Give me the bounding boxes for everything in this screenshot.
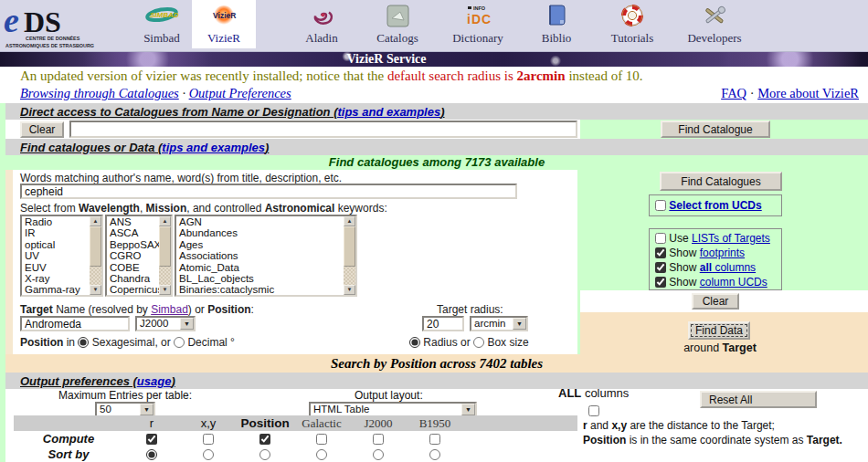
list-item[interactable]: X-ray <box>22 273 90 284</box>
all-columns-link[interactable]: all <box>700 261 712 274</box>
find-catalogues-button[interactable]: Find Catalogues <box>660 172 782 191</box>
chevron-down-icon[interactable]: ▼ <box>140 404 153 415</box>
nav-label: Tutorials <box>596 31 669 46</box>
simbad-link[interactable]: Simbad <box>151 303 188 316</box>
list-item[interactable]: UV <box>22 250 90 261</box>
tips-and-examples-link[interactable]: tips and examples <box>162 141 265 154</box>
all-columns-checkbox[interactable] <box>588 405 599 416</box>
list-item[interactable]: ASCA <box>107 227 159 238</box>
box-size-radio[interactable] <box>473 337 484 348</box>
list-item[interactable]: IR <box>22 227 90 238</box>
find-data-button[interactable]: Find Data <box>688 321 750 340</box>
show-all-columns-checkbox[interactable] <box>655 262 666 273</box>
nav-item-tutorials[interactable]: Tutorials <box>596 3 669 50</box>
clear-form-button[interactable]: Clear <box>692 293 739 310</box>
scroll-down-icon[interactable]: ▼ <box>90 285 101 295</box>
compute-r-checkbox[interactable] <box>146 434 157 445</box>
list-item[interactable]: BL_Lac_objects <box>176 273 344 284</box>
scrollbar[interactable]: ▲▼ <box>344 216 355 295</box>
nav-item-catalogs[interactable]: Catalogs <box>361 3 434 50</box>
find-catalogue-button[interactable]: Find Catalogue <box>661 121 770 138</box>
list-item[interactable]: Associations <box>176 250 344 261</box>
scroll-down-icon[interactable]: ▼ <box>159 285 171 295</box>
wavelength-listbox[interactable]: RadioIRopticalUVEUVX-rayGamma-ray ▲▼ <box>20 215 103 297</box>
scroll-thumb[interactable] <box>90 226 101 267</box>
svg-text:VizieR: VizieR <box>213 11 236 20</box>
select-from-ucds-checkbox[interactable] <box>655 200 666 211</box>
nav-item-dictionary[interactable]: INFO iDC Dictionary <box>441 3 514 50</box>
decimal-radio[interactable] <box>174 337 185 348</box>
list-item[interactable]: Abundances <box>176 227 344 238</box>
sexagesimal-radio[interactable] <box>78 337 89 348</box>
coordinate-system-select[interactable]: J2000▼ <box>135 316 196 331</box>
target-name-input[interactable] <box>20 316 130 331</box>
scrollbar[interactable]: ▲▼ <box>159 216 171 295</box>
compute-xy-checkbox[interactable] <box>203 434 214 445</box>
list-item[interactable]: Binaries:cataclysmic <box>176 284 344 295</box>
scrollbar[interactable]: ▲▼ <box>90 216 101 295</box>
faq-link[interactable]: FAQ <box>721 86 746 100</box>
cds-logo[interactable]: e DS CENTRE DE DONNÉES ASTRONOMIQUES DE … <box>2 2 121 51</box>
mission-listbox[interactable]: ANSASCABeppoSAXCGROCOBEChandraCopernicus… <box>105 215 173 297</box>
sort-position-radio[interactable] <box>259 449 270 460</box>
list-item[interactable]: Atomic_Data <box>176 262 344 273</box>
sort-galactic-radio[interactable] <box>316 449 327 460</box>
list-item[interactable]: EUV <box>22 262 90 273</box>
column-ucds-link[interactable]: column UCDs <box>700 276 767 289</box>
scroll-thumb[interactable] <box>344 226 355 267</box>
list-item[interactable]: BeppoSAX <box>107 239 159 250</box>
chevron-down-icon[interactable]: ▼ <box>461 404 475 415</box>
list-item[interactable]: COBE <box>107 262 159 273</box>
select-from-ucds-link[interactable]: Select from UCDs <box>669 199 761 212</box>
lists-of-targets-link[interactable]: LISTs of Targets <box>692 232 770 245</box>
sort-b1950-radio[interactable] <box>429 449 440 460</box>
chevron-down-icon[interactable]: ▼ <box>180 318 194 330</box>
sort-j2000-radio[interactable] <box>373 449 384 460</box>
more-about-vizier-link[interactable]: More about VizieR <box>757 86 859 100</box>
output-preferences-link[interactable]: Output Preferences <box>189 86 291 100</box>
compute-position-checkbox[interactable] <box>259 434 270 445</box>
clear-name-button[interactable]: Clear <box>20 121 64 138</box>
scroll-thumb[interactable] <box>159 226 171 267</box>
scroll-up-icon[interactable]: ▲ <box>159 216 171 226</box>
tips-and-examples-link[interactable]: tips and examples <box>337 105 440 119</box>
browsing-catalogues-link[interactable]: Browsing through Catalogues <box>20 86 179 100</box>
list-item[interactable]: Copernicus <box>107 284 159 295</box>
list-item[interactable]: Ages <box>176 239 344 250</box>
scroll-up-icon[interactable]: ▲ <box>90 216 101 226</box>
astronomy-listbox[interactable]: AGNAbundancesAgesAssociationsAtomic_Data… <box>175 215 357 297</box>
radius-unit-select[interactable]: arcmin▼ <box>470 316 528 331</box>
target-radius-input[interactable] <box>422 316 464 331</box>
list-item[interactable]: AGN <box>176 216 344 227</box>
left-cream-strip <box>5 170 13 373</box>
sort-xy-radio[interactable] <box>203 449 214 460</box>
compute-b1950-checkbox[interactable] <box>429 434 440 445</box>
footprints-link[interactable]: footprints <box>700 247 745 259</box>
nav-item-biblio[interactable]: Biblio <box>520 3 593 50</box>
scroll-up-icon[interactable]: ▲ <box>344 216 355 226</box>
list-item[interactable]: Chandra <box>107 273 159 284</box>
compute-galactic-checkbox[interactable] <box>316 434 327 445</box>
list-item[interactable]: Radio <box>22 216 90 227</box>
nav-item-developers[interactable]: Developers <box>678 3 751 50</box>
use-lists-of-targets-checkbox[interactable] <box>655 233 666 244</box>
sort-r-radio[interactable] <box>146 449 157 460</box>
list-item[interactable]: ANS <box>107 216 159 227</box>
radius-box-row: Radius or Box size <box>409 336 529 349</box>
show-column-ucds-checkbox[interactable] <box>655 277 666 288</box>
list-item[interactable]: optical <box>22 239 90 250</box>
chevron-down-icon[interactable]: ▼ <box>513 318 526 330</box>
usage-link[interactable]: usage <box>137 374 172 388</box>
keyword-search-input[interactable] <box>20 184 517 199</box>
catalogue-name-input[interactable] <box>69 121 577 138</box>
list-item[interactable]: CGRO <box>107 250 159 261</box>
all-columns-link2[interactable]: columns <box>712 261 756 274</box>
nav-item-vizier[interactable]: VizieR VizieR <box>187 3 260 50</box>
compute-j2000-checkbox[interactable] <box>373 434 384 445</box>
radius-radio[interactable] <box>409 337 420 348</box>
scroll-down-icon[interactable]: ▼ <box>344 285 355 295</box>
nav-item-aladin[interactable]: Aladin <box>285 3 358 50</box>
list-item[interactable]: Gamma-ray <box>22 284 90 295</box>
show-footprints-checkbox[interactable] <box>655 247 666 258</box>
reset-all-button[interactable]: Reset All <box>700 391 817 408</box>
